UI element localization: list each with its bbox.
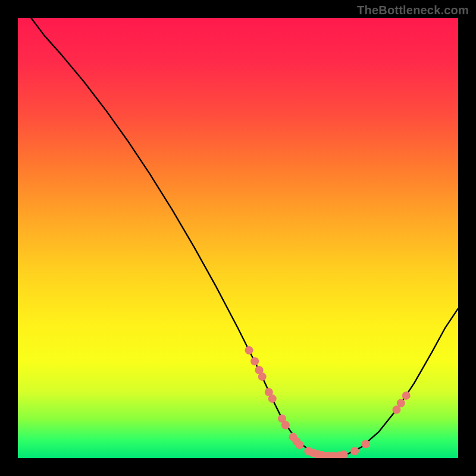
chart-svg (18, 18, 458, 458)
watermark-text: TheBottleneck.com (357, 4, 469, 17)
data-marker (258, 372, 267, 381)
data-marker (245, 346, 253, 355)
plot-area (18, 18, 458, 458)
data-marker (268, 394, 277, 403)
data-marker (362, 440, 370, 448)
curve-layer (31, 18, 458, 456)
data-marker (281, 421, 290, 430)
data-marker (402, 392, 411, 400)
data-marker (350, 447, 359, 455)
bottleneck-curve (31, 18, 458, 456)
marker-layer (245, 346, 411, 458)
data-marker (397, 399, 405, 408)
data-marker (296, 441, 304, 449)
data-marker (340, 450, 348, 458)
data-marker (250, 357, 259, 365)
bottleneck-chart: TheBottleneck.com (0, 0, 476, 476)
